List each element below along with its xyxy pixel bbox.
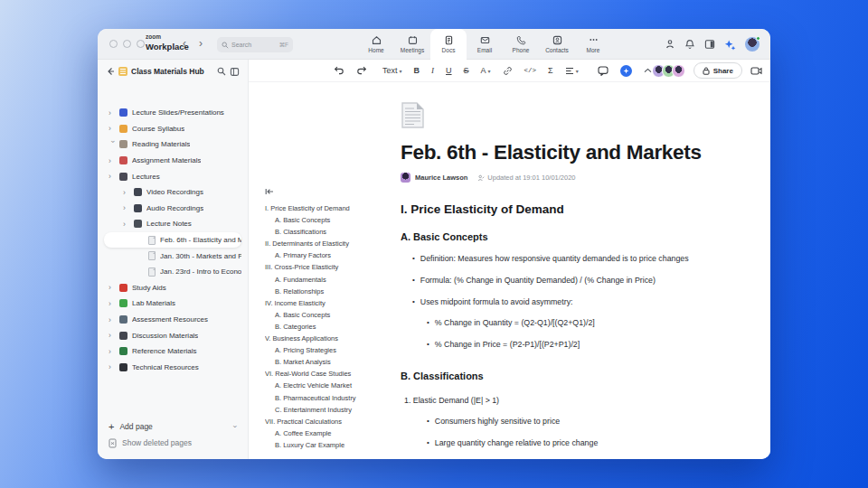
- toc-item[interactable]: V. Business Applications: [265, 333, 393, 344]
- code-button[interactable]: </>: [524, 67, 537, 74]
- bullet-item[interactable]: •Uses midpoint formula to avoid asymmetr…: [401, 297, 766, 307]
- chevron-right-icon[interactable]: ›: [108, 124, 119, 133]
- minimize-window-button[interactable]: [123, 40, 131, 48]
- video-camera-icon[interactable]: [750, 67, 762, 75]
- toc-item[interactable]: VI. Real-World Case Studies: [265, 368, 393, 380]
- toc-item[interactable]: B. Luxury Car Example: [265, 439, 393, 451]
- numbered-item[interactable]: 1. Elastic Demand (|E| > 1): [401, 396, 766, 405]
- chevron-right-icon[interactable]: ›: [108, 156, 119, 165]
- sidebar-folder-item[interactable]: ›Assessment Resources: [104, 312, 241, 328]
- ai-insert-button[interactable]: [620, 65, 632, 77]
- chevron-right-icon[interactable]: ›: [108, 283, 119, 292]
- toc-item[interactable]: II. Determinants of Elasticity: [265, 238, 393, 249]
- history-back-button[interactable]: ‹: [183, 37, 186, 50]
- sidebar-folder-item[interactable]: ›Audio Recordings: [104, 201, 241, 217]
- toc-item[interactable]: B. Pharmaceutical Industry: [265, 392, 393, 404]
- toc-item[interactable]: A. Pricing Strategies: [265, 344, 393, 356]
- collapse-toc-icon[interactable]: [265, 188, 274, 195]
- chevron-down-icon[interactable]: ›: [108, 140, 118, 151]
- back-arrow-icon[interactable]: [106, 67, 115, 76]
- text-color-dropdown[interactable]: A▾: [481, 66, 491, 75]
- redo-icon[interactable]: [356, 66, 367, 75]
- chevron-right-icon[interactable]: ›: [123, 220, 134, 229]
- document-content[interactable]: Feb. 6th - Elasticity and Markets Mauric…: [401, 101, 766, 459]
- align-dropdown[interactable]: ▾: [565, 67, 579, 75]
- expand-panel-icon[interactable]: [230, 67, 240, 77]
- toc-item[interactable]: B. Categories: [265, 321, 393, 333]
- sidebar-folder-item[interactable]: ›Lab Materials: [104, 296, 241, 312]
- sidebar-folder-item[interactable]: ›Reference Materials: [104, 343, 241, 360]
- show-deleted-pages-button[interactable]: Show deleted pages: [98, 435, 248, 451]
- add-page-button[interactable]: + Add page ›: [98, 418, 248, 435]
- toc-item[interactable]: VII. Practical Calculations: [265, 416, 393, 427]
- toc-item[interactable]: B. Classifications: [265, 226, 393, 238]
- sidebar-folder-item[interactable]: ›Assignment Materials: [104, 153, 241, 169]
- chevron-right-icon[interactable]: ›: [108, 362, 119, 371]
- toc-item[interactable]: B. Relationships: [265, 286, 393, 297]
- toc-item[interactable]: III. Cross-Price Elasticity: [265, 261, 393, 273]
- toc-item[interactable]: A. Basic Concepts: [265, 214, 393, 226]
- toc-item[interactable]: A. Primary Factors: [265, 249, 393, 261]
- tab-phone[interactable]: Phone: [503, 29, 539, 60]
- toc-item[interactable]: A. Basic Concepts: [265, 309, 393, 321]
- comment-icon[interactable]: [598, 66, 609, 76]
- sidebar-folder-item[interactable]: ›Technical Resources: [104, 360, 241, 376]
- chevron-right-icon[interactable]: ›: [123, 203, 134, 212]
- history-forward-button[interactable]: ›: [199, 37, 203, 50]
- bullet-item[interactable]: •% Change in Quantity = (Q2-Q1)/[(Q2+Q1)…: [401, 318, 766, 328]
- sidebar-folder-item[interactable]: ›Video Recordings: [104, 184, 241, 201]
- tab-contacts[interactable]: Contacts: [539, 29, 575, 60]
- chevron-right-icon[interactable]: ›: [108, 331, 119, 340]
- tab-email[interactable]: Email: [467, 29, 503, 60]
- link-icon[interactable]: [503, 66, 513, 76]
- chevron-right-icon[interactable]: ›: [108, 108, 119, 117]
- chevron-right-icon[interactable]: ›: [108, 299, 119, 308]
- sidebar-folder-item[interactable]: ›Study Aids: [104, 280, 241, 296]
- sidebar-folder-item[interactable]: ›Lecture Slides/Presentations: [104, 105, 241, 121]
- document-title[interactable]: Feb. 6th - Elasticity and Markets: [401, 141, 766, 164]
- chevron-right-icon[interactable]: ›: [108, 172, 119, 181]
- collaborator-avatars[interactable]: [652, 64, 685, 78]
- sidebar-search-icon[interactable]: [217, 67, 226, 76]
- user-avatar[interactable]: [745, 37, 760, 52]
- tab-docs[interactable]: Docs: [430, 29, 467, 60]
- toc-item[interactable]: A. Electric Vehicle Market: [265, 380, 393, 391]
- share-button[interactable]: Share: [693, 62, 742, 79]
- tab-meetings[interactable]: Meetings: [394, 29, 430, 60]
- toc-item[interactable]: I. Price Elasticity of Demand: [265, 202, 393, 214]
- italic-button[interactable]: I: [431, 66, 434, 75]
- ai-companion-icon[interactable]: [724, 39, 736, 51]
- bullet-item[interactable]: •Consumers highly sensitive to price: [401, 417, 766, 427]
- toc-item[interactable]: A. Coffee Example: [265, 427, 393, 439]
- bullet-item[interactable]: •Large quantity change relative to price…: [401, 438, 766, 448]
- section-heading[interactable]: I. Price Elasticity of Demand: [401, 202, 766, 216]
- equation-button[interactable]: Σ: [548, 66, 553, 75]
- chevron-right-icon[interactable]: ›: [108, 347, 119, 356]
- notifications-bell-icon[interactable]: [684, 39, 695, 50]
- tab-more[interactable]: More: [575, 29, 611, 60]
- tab-home[interactable]: Home: [358, 29, 394, 60]
- chevron-right-icon[interactable]: ›: [108, 315, 119, 324]
- sidebar-folder-item[interactable]: ›Lectures: [104, 168, 241, 184]
- sidebar-folder-item[interactable]: ›Reading Materials: [104, 136, 241, 153]
- strikethrough-button[interactable]: S: [464, 66, 469, 75]
- text-style-dropdown[interactable]: Text▾: [382, 66, 402, 75]
- sidebar-file-item[interactable]: Jan. 23rd - Intro to Econo...: [104, 264, 241, 280]
- chevron-right-icon[interactable]: ›: [123, 188, 134, 197]
- sidebar-folder-item[interactable]: ›Lecture Notes: [104, 216, 241, 232]
- sidebar-folder-item[interactable]: ›Discussion Materials: [104, 327, 241, 343]
- bullet-item[interactable]: •% Change in Price = (P2-P1)/[(P2+P1)/2]: [401, 340, 766, 350]
- zoom-window-button[interactable]: [137, 40, 145, 48]
- toc-item[interactable]: B. Market Analysis: [265, 356, 393, 368]
- close-window-button[interactable]: [109, 40, 118, 48]
- undo-icon[interactable]: [334, 66, 344, 75]
- chevron-down-icon[interactable]: ›: [231, 426, 241, 428]
- sidebar-file-item[interactable]: Jan. 30th - Markets and P...: [104, 248, 241, 264]
- subsection-heading[interactable]: A. Basic Concepts: [401, 231, 766, 242]
- profile-history-icon[interactable]: [665, 39, 675, 50]
- subsection-heading[interactable]: B. Classifications: [401, 371, 766, 381]
- global-search-input[interactable]: Search ⌘F: [217, 37, 293, 52]
- side-panel-icon[interactable]: [704, 39, 715, 50]
- toc-item[interactable]: A. Fundamentals: [265, 274, 393, 286]
- window-controls[interactable]: [109, 40, 145, 48]
